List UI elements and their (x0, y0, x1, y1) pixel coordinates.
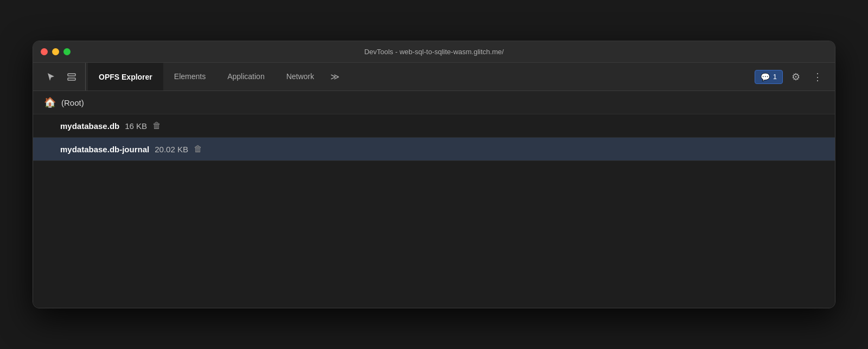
toolbar-right: 💬 1 ⚙ ⋮ (755, 68, 831, 86)
cursor-icon[interactable] (42, 68, 60, 86)
file-name-2: mydatabase.db-journal (60, 145, 149, 154)
more-options-button[interactable]: ⋮ (809, 68, 826, 86)
layers-icon[interactable] (62, 68, 81, 86)
more-tabs-button[interactable]: ≫ (325, 63, 345, 91)
delete-file-2-button[interactable]: 🗑 (194, 144, 202, 154)
traffic-lights (41, 48, 71, 55)
root-row[interactable]: 🏠 (Root) (33, 91, 835, 114)
home-icon: 🏠 (44, 96, 56, 108)
file-size-2: 20.02 KB (155, 145, 188, 154)
delete-file-1-button[interactable]: 🗑 (152, 121, 161, 131)
tab-application[interactable]: Application (216, 63, 276, 91)
tabs: OPFS Explorer Elements Application Netwo… (88, 63, 755, 91)
svg-rect-1 (68, 78, 75, 80)
tab-elements[interactable]: Elements (163, 63, 216, 91)
toolbar-icons (37, 63, 86, 91)
window-title: DevTools - web-sql-to-sqlite-wasm.glitch… (364, 48, 503, 56)
tab-opfs-explorer[interactable]: OPFS Explorer (88, 63, 163, 91)
title-bar: DevTools - web-sql-to-sqlite-wasm.glitch… (33, 41, 835, 63)
file-size-1: 16 KB (125, 121, 147, 131)
content-area: 🏠 (Root) mydatabase.db 16 KB 🗑 mydatabas… (33, 91, 835, 308)
root-label: (Root) (61, 98, 84, 107)
maximize-button[interactable] (63, 48, 71, 55)
toolbar: OPFS Explorer Elements Application Netwo… (33, 63, 835, 91)
file-row-1[interactable]: mydatabase.db 16 KB 🗑 (33, 114, 835, 138)
devtools-window: DevTools - web-sql-to-sqlite-wasm.glitch… (33, 41, 835, 308)
chat-badge-button[interactable]: 💬 1 (755, 70, 783, 84)
svg-rect-0 (68, 74, 75, 76)
badge-count: 1 (773, 73, 777, 81)
file-row-2[interactable]: mydatabase.db-journal 20.02 KB 🗑 (33, 138, 835, 161)
more-icon: ⋮ (813, 71, 822, 83)
close-button[interactable] (41, 48, 48, 55)
chat-icon: 💬 (761, 73, 770, 81)
gear-icon: ⚙ (792, 71, 800, 83)
settings-button[interactable]: ⚙ (787, 68, 805, 86)
tab-network[interactable]: Network (276, 63, 325, 91)
minimize-button[interactable] (52, 48, 59, 55)
file-name-1: mydatabase.db (60, 121, 119, 131)
